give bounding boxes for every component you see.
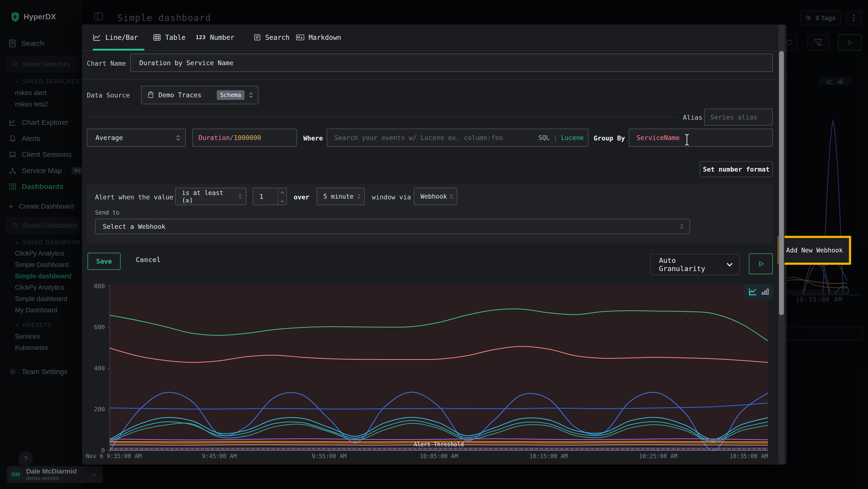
play-icon xyxy=(757,260,764,267)
chart-type-tabs: Line/Bar Table 123 Number Search Markdow… xyxy=(82,24,787,51)
webhook-select[interactable]: Select a Webhook xyxy=(95,219,690,234)
select-chevrons-icon xyxy=(357,193,361,200)
group-by-label: Group By xyxy=(594,135,625,142)
text-cursor-icon xyxy=(684,134,690,146)
y-tick-label: 200 xyxy=(82,406,105,413)
alias-input[interactable]: Series alias xyxy=(704,109,773,125)
x-tick-label: 10:05:00 AM xyxy=(403,453,475,460)
select-chevrons-icon xyxy=(249,91,253,99)
alert-via-label: window via xyxy=(372,193,411,201)
where-search-input[interactable]: Search your events w/ Lucene ex. column:… xyxy=(327,128,589,147)
x-tick-label: 9:55:00 AM xyxy=(293,453,365,460)
schema-badge[interactable]: Schema xyxy=(217,90,245,100)
group-by-input[interactable]: ServiceName xyxy=(629,128,773,147)
search-doc-icon xyxy=(254,34,261,41)
alert-channel-select[interactable]: Webhook xyxy=(414,188,457,205)
select-chevrons-icon xyxy=(238,193,242,200)
select-chevrons-icon xyxy=(680,223,684,230)
where-label: Where xyxy=(303,135,323,142)
divider xyxy=(82,79,787,80)
table-icon xyxy=(153,34,161,41)
tab-markdown[interactable]: Markdown xyxy=(296,24,341,51)
number-123-icon: 123 xyxy=(196,34,206,40)
x-tick-label: 9:45:00 AM xyxy=(183,453,255,460)
field-expression-input[interactable]: Duration/1000000 xyxy=(192,128,297,147)
chart-type-toggle[interactable] xyxy=(744,284,773,300)
number-stepper[interactable] xyxy=(278,188,286,206)
save-button[interactable]: Save xyxy=(88,253,121,270)
aggregation-select[interactable]: Average xyxy=(87,128,186,147)
chart-name-label: Chart Name xyxy=(87,60,126,67)
y-tick-label: 400 xyxy=(82,365,105,372)
series-divider xyxy=(87,117,678,117)
data-source-select[interactable]: Demo Traces Schema xyxy=(141,86,258,104)
cancel-button[interactable]: Cancel xyxy=(135,256,161,264)
data-source-label: Data Source xyxy=(87,91,130,99)
tab-number[interactable]: 123 Number xyxy=(196,24,235,51)
modal-scrollbar[interactable] xyxy=(778,25,784,464)
add-new-webhook-button[interactable]: Add New Webhook xyxy=(786,247,843,254)
bar-chart-icon xyxy=(762,288,769,296)
active-tab-indicator xyxy=(93,49,145,51)
line-chart-icon xyxy=(748,288,757,296)
query-language-toggle[interactable]: SQL | Lucene xyxy=(538,134,584,141)
alert-prefix: Alert when the value xyxy=(95,193,173,201)
alert-window-select[interactable]: 5 minute xyxy=(317,188,365,205)
set-number-format-button[interactable]: Set number format xyxy=(700,161,773,177)
chart-name-input[interactable]: Duration by Service Name xyxy=(130,54,773,72)
alert-condition-select[interactable]: is at least (≥) xyxy=(175,188,246,205)
add-webhook-highlight: Add New Webhook xyxy=(778,236,851,265)
x-tick-label: Nov 6 9:35:00 AM xyxy=(86,453,142,460)
y-tick-label: 600 xyxy=(82,324,105,331)
app-window: HyperDX Search Saved Searches SAVED SEAR… xyxy=(0,0,868,489)
tab-table[interactable]: Table xyxy=(153,24,185,51)
alias-label: Alias xyxy=(683,114,702,121)
tab-search[interactable]: Search xyxy=(254,24,289,51)
chevron-down-icon xyxy=(726,262,733,267)
alert-preview-chart[interactable] xyxy=(100,270,768,459)
x-tick-label: 10:15:00 AM xyxy=(513,453,585,460)
database-icon xyxy=(147,91,154,99)
select-chevrons-icon xyxy=(450,193,453,200)
line-chart-icon xyxy=(93,34,101,41)
alert-over-label: over xyxy=(294,193,309,201)
select-chevrons-icon xyxy=(176,134,180,141)
y-tick-label: 800 xyxy=(82,283,105,290)
alert-threshold-label: Alert Threshold xyxy=(400,441,477,448)
markdown-icon xyxy=(296,34,304,41)
send-to-label: Send to xyxy=(95,209,119,216)
edit-chart-modal: Line/Bar Table 123 Number Search Markdow… xyxy=(82,24,787,465)
x-tick-label: 10:35:00 AM xyxy=(724,453,768,460)
scrollbar-thumb[interactable] xyxy=(779,51,784,315)
alert-threshold-input[interactable]: 1 xyxy=(253,188,287,205)
x-tick-label: 10:25:00 AM xyxy=(622,453,694,460)
tab-line-bar[interactable]: Line/Bar xyxy=(93,24,138,51)
